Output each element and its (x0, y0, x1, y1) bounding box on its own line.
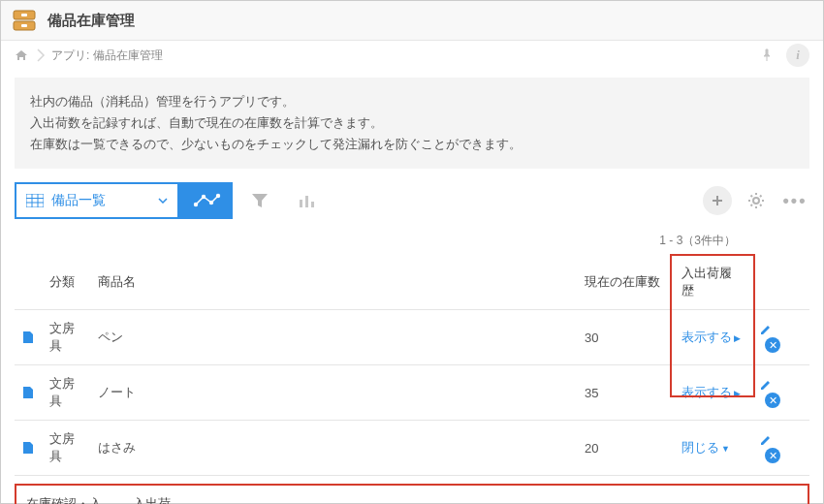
toolbar: 備品一覧 (1, 173, 823, 229)
description-line: 入出荷数を記録すれば、自動で現在の在庫数を計算できます。 (30, 112, 794, 134)
edit-button[interactable] (759, 433, 802, 447)
add-button[interactable] (703, 186, 732, 215)
records-table: 分類 商品名 現在の在庫数 入出荷履歴 文房具 ペン 30 表示する▶ (15, 255, 809, 476)
record-icon[interactable] (22, 441, 34, 455)
ellipsis-icon: ••• (783, 191, 808, 211)
home-icon[interactable] (15, 48, 28, 62)
svg-rect-15 (311, 202, 314, 207)
pager-text: 1 - 3（3件中） (1, 229, 823, 255)
delete-button[interactable]: ✕ (765, 448, 780, 463)
settings-button[interactable] (742, 186, 771, 215)
history-toggle[interactable]: 表示する▶ (681, 330, 741, 344)
app-icon (11, 7, 38, 34)
history-toggle[interactable]: 表示する▶ (681, 385, 741, 399)
cell-category: 文房具 (42, 421, 90, 476)
cell-name: ノート (90, 365, 577, 421)
pin-icon[interactable] (755, 44, 778, 67)
app-description: 社内の備品（消耗品）管理を行うアプリです。 入出荷数を記録すれば、自動で現在の在… (15, 78, 809, 169)
record-icon[interactable] (22, 386, 34, 399)
edit-button[interactable] (759, 323, 802, 336)
breadcrumb-text: アプリ: 備品在庫管理 (51, 47, 163, 64)
view-label: 備品一覧 (51, 192, 158, 209)
delete-button[interactable]: ✕ (765, 337, 780, 353)
svg-rect-3 (21, 24, 27, 27)
history-table: 在庫確認・入荷日 入出荷数 備考 2020-07-01 30 2020-08-0… (16, 486, 808, 504)
cell-stock: 30 (577, 310, 674, 365)
delete-button[interactable]: ✕ (765, 393, 780, 408)
cell-stock: 35 (577, 365, 674, 421)
col-header-name: 商品名 (90, 255, 577, 310)
breadcrumb-bar: アプリ: 備品在庫管理 i (1, 41, 823, 70)
app-title: 備品在庫管理 (48, 12, 135, 30)
cell-name: はさみ (90, 421, 577, 476)
svg-rect-4 (26, 194, 44, 207)
cell-name: ペン (90, 310, 577, 365)
hist-header-date: 在庫確認・入荷日 (16, 486, 123, 504)
info-button[interactable]: i (786, 44, 809, 67)
description-line: 社内の備品（消耗品）管理を行うアプリです。 (30, 91, 794, 112)
col-header-stock: 現在の在庫数 (577, 255, 674, 310)
filter-button[interactable] (240, 182, 279, 219)
table-row: 文房具 はさみ 20 閉じる▼ ✕ (15, 421, 809, 476)
title-bar: 備品在庫管理 (1, 1, 823, 41)
svg-rect-2 (21, 14, 27, 16)
edit-button[interactable] (759, 378, 802, 392)
grid-icon (26, 194, 44, 207)
more-button[interactable]: ••• (780, 186, 809, 215)
col-header-category: 分類 (42, 255, 90, 310)
description-line: 在庫数は一覧できるので、少ないものをチェックして発注漏れを防ぐことができます。 (30, 134, 794, 155)
chevron-right-icon (36, 48, 46, 62)
record-icon[interactable] (22, 331, 34, 344)
triangle-down-icon: ▼ (721, 444, 730, 454)
triangle-right-icon: ▶ (734, 389, 741, 398)
cell-stock: 20 (577, 421, 674, 476)
hist-header-note: 備考 (181, 486, 808, 504)
cell-category: 文房具 (42, 310, 90, 365)
bar-chart-button[interactable] (287, 182, 326, 219)
table-row: 文房具 ノート 35 表示する▶ ✕ (15, 365, 809, 421)
triangle-right-icon: ▶ (734, 333, 741, 343)
chevron-down-icon (158, 198, 168, 204)
history-panel: 在庫確認・入荷日 入出荷数 備考 2020-07-01 30 2020-08-0… (15, 484, 809, 504)
table-row: 文房具 ペン 30 表示する▶ ✕ (15, 310, 809, 365)
view-dropdown[interactable]: 備品一覧 (15, 182, 179, 219)
col-header-history: 入出荷履歴 (674, 255, 751, 310)
svg-point-16 (753, 198, 759, 204)
svg-rect-14 (305, 196, 308, 207)
graph-view-button[interactable] (179, 182, 233, 219)
history-toggle[interactable]: 閉じる▼ (681, 440, 730, 455)
cell-category: 文房具 (42, 365, 90, 421)
svg-rect-13 (300, 200, 302, 207)
hist-header-qty: 入出荷数 (123, 486, 181, 504)
